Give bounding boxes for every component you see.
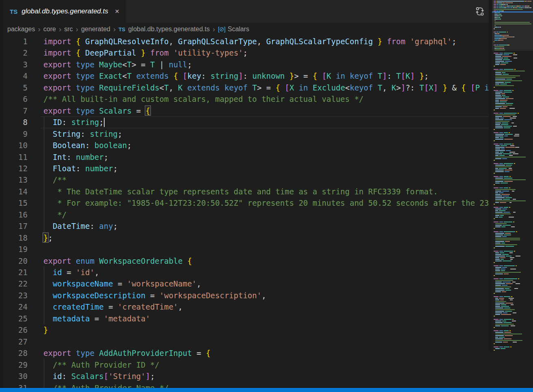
line-number[interactable]: 9 xyxy=(0,128,28,140)
breadcrumb-item-core[interactable]: core xyxy=(43,26,56,33)
text-cursor xyxy=(104,118,105,127)
line-number[interactable]: 4 xyxy=(0,70,28,82)
open-changes-button[interactable] xyxy=(475,6,485,17)
status-bar xyxy=(0,388,533,392)
line-number[interactable]: 1 xyxy=(0,36,28,47)
line-number[interactable]: 12 xyxy=(0,163,28,174)
line-number[interactable]: 19 xyxy=(0,243,28,255)
line-number[interactable]: 26 xyxy=(0,324,28,336)
symbol-type-icon: [⊘] xyxy=(218,26,225,33)
breadcrumb-item-scalars[interactable]: [⊘]Scalars xyxy=(218,26,249,33)
line-number[interactable]: 15 xyxy=(0,197,28,209)
code-line[interactable]: export type RequireFields<T, K extends k… xyxy=(43,82,489,93)
code-line[interactable] xyxy=(43,336,489,347)
code-line[interactable]: * For example: "1985-04-12T23:20:50.52Z"… xyxy=(43,197,489,209)
code-line[interactable]: */ xyxy=(43,209,489,220)
code-line[interactable]: workspaceDescription = 'workspaceDescrip… xyxy=(43,290,489,301)
chevron-right-icon: › xyxy=(76,26,78,32)
chevron-right-icon: › xyxy=(113,26,116,32)
minimap-slider[interactable] xyxy=(492,0,533,51)
breadcrumb-label: Scalars xyxy=(228,26,249,33)
code-line[interactable]: import { GraphQLResolveInfo, GraphQLScal… xyxy=(43,36,489,47)
breadcrumb-item-generated[interactable]: generated xyxy=(81,26,110,33)
chevron-right-icon: › xyxy=(59,26,61,32)
breadcrumb-item-src[interactable]: src xyxy=(64,26,73,33)
code-line[interactable]: export type AddAuthProviderInput = { xyxy=(43,347,489,359)
breadcrumb-label: generated xyxy=(81,26,110,33)
code-line[interactable]: /** xyxy=(43,174,489,185)
line-number[interactable]: 11 xyxy=(0,151,28,163)
code-line[interactable]: DateTime: any; xyxy=(43,220,489,232)
line-number[interactable]: 13 xyxy=(0,174,28,185)
breadcrumb-label: global.db.types.generated.ts xyxy=(128,26,210,33)
code-line[interactable]: /** Auth Provider Name */ xyxy=(43,382,489,388)
code-line[interactable]: Float: number; xyxy=(43,163,489,174)
window-left-edge xyxy=(0,0,3,388)
breadcrumb: packages›core›src›generated›TSglobal.db.… xyxy=(3,23,490,36)
minimap-current-line xyxy=(492,11,533,13)
code-editor[interactable]: 1import { GraphQLResolveInfo, GraphQLSca… xyxy=(0,36,533,388)
chevron-right-icon: › xyxy=(38,26,41,32)
code-line[interactable]: import { DeepPartial } from 'utility-typ… xyxy=(43,47,489,58)
open-changes-icon xyxy=(475,6,485,16)
code-line[interactable]: /** Auth Provider ID */ xyxy=(43,359,489,370)
code-line[interactable]: workspaceName = 'workspaceName', xyxy=(43,278,489,289)
line-number[interactable]: 5 xyxy=(0,82,28,93)
close-icon[interactable]: ✕ xyxy=(115,8,120,15)
line-number[interactable]: 14 xyxy=(0,186,28,197)
line-number[interactable]: 27 xyxy=(0,336,28,347)
tab-global-db-types-generated-ts[interactable]: TS global.db.types.generated.ts ✕ xyxy=(3,0,126,23)
breadcrumb-label: packages xyxy=(7,26,35,33)
code-line[interactable]: /** All built-in and custom scalars, map… xyxy=(43,93,489,105)
code-line[interactable]: export type Maybe<T> = T | null; xyxy=(43,59,489,70)
line-number[interactable]: 23 xyxy=(0,290,28,301)
line-number[interactable]: 24 xyxy=(0,301,28,312)
line-number[interactable]: 17 xyxy=(0,220,28,232)
breadcrumb-label: src xyxy=(64,26,73,33)
line-number[interactable]: 25 xyxy=(0,313,28,324)
line-number[interactable]: 22 xyxy=(0,278,28,289)
line-number[interactable]: 20 xyxy=(0,255,28,267)
code-line[interactable]: export type Scalars = { xyxy=(43,105,489,116)
line-number[interactable]: 3 xyxy=(0,59,28,70)
breadcrumb-item-packages[interactable]: packages xyxy=(7,26,35,33)
line-number[interactable]: 10 xyxy=(0,140,28,151)
line-number[interactable]: 28 xyxy=(0,347,28,359)
minimap[interactable] xyxy=(492,0,533,352)
code-line[interactable]: metadata = 'metadata' xyxy=(43,313,489,324)
code-line[interactable]: id: Scalars['String']; xyxy=(43,370,489,382)
line-number[interactable]: 18 xyxy=(0,232,28,243)
minimap-divider xyxy=(489,0,492,352)
code-line[interactable]: Boolean: boolean; xyxy=(43,140,489,151)
typescript-file-icon: TS xyxy=(118,26,125,32)
breadcrumb-item-global-db-types-generated-ts[interactable]: TSglobal.db.types.generated.ts xyxy=(118,26,210,33)
code-line[interactable]: Int: number; xyxy=(43,151,489,163)
code-line[interactable]: createdTime = 'createdTime', xyxy=(43,301,489,312)
typescript-file-icon: TS xyxy=(10,8,17,15)
chevron-right-icon: › xyxy=(213,26,215,32)
line-number[interactable]: 2 xyxy=(0,47,28,58)
code-line[interactable]: export enum WorkspaceOrderable { xyxy=(43,255,489,267)
line-number[interactable]: 8 xyxy=(0,116,28,128)
tab-label: global.db.types.generated.ts xyxy=(21,7,108,15)
line-number[interactable]: 29 xyxy=(0,359,28,370)
code-line[interactable]: } xyxy=(43,324,489,336)
line-number[interactable]: 30 xyxy=(0,370,28,382)
line-number[interactable]: 31 xyxy=(0,382,28,388)
code-line[interactable] xyxy=(43,243,489,255)
line-number[interactable]: 21 xyxy=(0,267,28,278)
line-number[interactable]: 6 xyxy=(0,93,28,105)
line-number[interactable]: 7 xyxy=(0,105,28,116)
code-line[interactable]: export type Exact<T extends { [key: stri… xyxy=(43,70,489,82)
code-line[interactable]: * The DateTime scalar type represents da… xyxy=(43,186,489,197)
code-line[interactable]: }; xyxy=(43,232,489,243)
tab-bar: TS global.db.types.generated.ts ✕ ⋯ xyxy=(0,0,533,23)
line-number[interactable]: 16 xyxy=(0,209,28,220)
code-line[interactable]: id = 'id', xyxy=(43,267,489,278)
code-line[interactable]: ID: string; xyxy=(43,116,489,128)
code-line[interactable]: String: string; xyxy=(43,128,489,140)
breadcrumb-label: core xyxy=(43,26,56,33)
